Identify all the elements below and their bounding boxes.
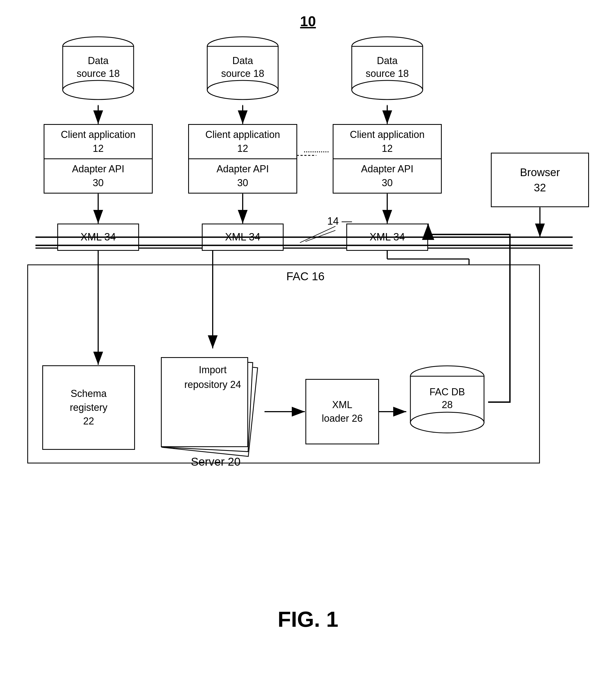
- browser-box: Browser32: [491, 153, 589, 207]
- data-source-2: Datasource 18: [203, 35, 282, 106]
- client-app-1-label: Client application12: [45, 125, 152, 159]
- schema-registry: Schemaregistery22: [42, 365, 135, 450]
- fac-label: FAC 16: [286, 270, 324, 283]
- diagram-container: 10: [0, 0, 616, 681]
- data-source-3: Datasource 18: [348, 35, 427, 106]
- server-label: Server 20: [191, 455, 241, 469]
- adapter-api-2-label: Adapter API30: [189, 159, 296, 193]
- xml-box-2: XML 34: [202, 224, 284, 251]
- fig-label: FIG. 1: [0, 607, 616, 632]
- client-app-3: Client application12 Adapter API30: [333, 124, 442, 194]
- data-source-1-label: Datasource 18: [59, 54, 138, 80]
- svg-point-23: [63, 80, 133, 100]
- dotted-separator: [304, 151, 328, 152]
- xml-box-1: XML 34: [57, 224, 139, 251]
- svg-point-29: [352, 80, 423, 100]
- data-source-1: Datasource 18: [59, 35, 138, 106]
- svg-point-32: [411, 412, 484, 433]
- svg-line-48: [305, 230, 336, 242]
- adapter-api-3-label: Adapter API30: [334, 159, 441, 193]
- svg-line-20: [300, 226, 336, 243]
- client-app-2: Client application12 Adapter API30: [188, 124, 297, 194]
- xml-box-3: XML 34: [346, 224, 428, 251]
- adapter-api-1-label: Adapter API30: [45, 159, 152, 193]
- client-app-2-label: Client application12: [189, 125, 296, 159]
- client-app-1: Client application12 Adapter API30: [44, 124, 153, 194]
- import-repo-label: Importrepository 24: [172, 362, 254, 392]
- data-source-2-label: Datasource 18: [203, 54, 282, 80]
- svg-point-26: [207, 80, 278, 100]
- diagram-title: 10: [300, 13, 316, 29]
- bus-label: 14 —: [327, 216, 352, 227]
- xml-loader: XMLloader 26: [305, 379, 379, 444]
- fac-db-label: FAC DB28: [406, 386, 488, 411]
- data-source-3-label: Datasource 18: [348, 54, 427, 80]
- client-app-3-label: Client application12: [334, 125, 441, 159]
- fac-db: FAC DB28: [406, 365, 488, 439]
- import-repository: Importrepository 24: [158, 349, 267, 458]
